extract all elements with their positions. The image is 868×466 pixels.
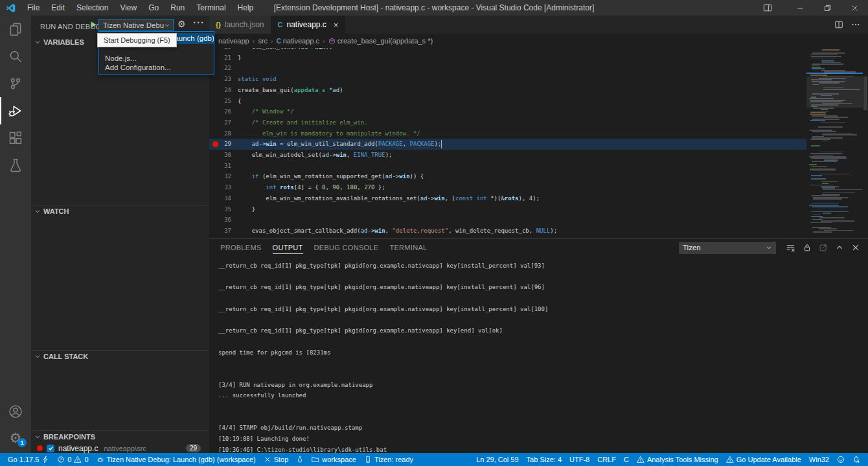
device-icon [364, 456, 372, 463]
status-go-version[interactable]: Go 1.17.5 [4, 453, 53, 466]
menu-selection[interactable]: Selection [71, 0, 114, 16]
line-number[interactable]: 34 [209, 193, 231, 204]
line-number[interactable]: 29 [209, 139, 231, 150]
section-label: VARIABLES [43, 38, 84, 46]
close-tab-icon[interactable]: × [334, 20, 339, 30]
clear-output-icon[interactable] [786, 243, 795, 253]
menu-help[interactable]: Help [232, 0, 260, 16]
lock-autoscroll-icon[interactable] [803, 243, 812, 252]
editor-scrollbar[interactable] [863, 48, 868, 238]
open-output-in-editor-icon[interactable] [819, 243, 828, 252]
status-go-update[interactable]: Go Update Available [722, 453, 805, 466]
minimize-icon[interactable] [786, 0, 814, 16]
close-window-icon[interactable] [841, 0, 868, 16]
activity-explorer-icon[interactable] [0, 16, 31, 43]
line-number[interactable]: 24 [209, 85, 231, 96]
layout-toggle-icon[interactable] [755, 0, 780, 16]
tab-nativeapp.c[interactable]: Cnativeapp.c× [271, 16, 346, 34]
activity-test-beaker-icon[interactable] [0, 152, 31, 179]
section-watch[interactable]: WATCH [31, 205, 209, 216]
debug-icon [97, 456, 104, 463]
status-text: Tizen: ready [374, 456, 413, 463]
status-flame[interactable] [292, 453, 308, 466]
line-number[interactable]: 23 [209, 74, 231, 85]
line-number[interactable]: 36 [209, 215, 231, 226]
panel-tab-problems[interactable]: PROBLEMS [220, 239, 262, 257]
activity-bar: ⚙1 [0, 16, 31, 453]
status-debug-launch[interactable]: Tizen Native Debug: Launch (gdb) (worksp… [93, 453, 260, 466]
line-number[interactable]: 31 [209, 161, 231, 172]
activity-run-and-debug-icon[interactable] [0, 97, 31, 124]
tab-launch.json[interactable]: {}launch.json [209, 16, 271, 34]
panel-header: PROBLEMSOUTPUTDEBUG CONSOLETERMINAL Tize… [209, 239, 868, 257]
menu-go[interactable]: Go [143, 0, 165, 16]
chevron-right-icon: › [271, 37, 273, 45]
output-channel-select[interactable]: Tizen [679, 242, 776, 254]
more-actions-icon[interactable]: ··· [193, 17, 205, 28]
line-number[interactable]: 32 [209, 171, 231, 182]
status-text: Tab Size: 4 [527, 456, 562, 463]
dropdown-item[interactable]: Node.js... [99, 54, 214, 63]
status-text: CRLF [597, 456, 616, 463]
line-number[interactable]: 25 [209, 96, 231, 107]
line-number[interactable]: 28 [209, 128, 231, 139]
output-log[interactable]: __return_cb req_id[1] pkg_type[tpk] pkgi… [209, 257, 868, 453]
panel-tab-output[interactable]: OUTPUT [273, 239, 303, 257]
line-number[interactable]: 30 [209, 150, 231, 161]
more-actions-icon[interactable] [851, 20, 860, 29]
menu-run[interactable]: Run [165, 0, 190, 16]
section-breakpoints[interactable]: BREAKPOINTS [31, 430, 209, 442]
debug-config-select[interactable]: Tizen Native Debu [98, 19, 174, 31]
activity-accounts-icon[interactable] [0, 399, 31, 425]
menu-view[interactable]: View [114, 0, 143, 16]
tab-label: launch.json [225, 20, 264, 29]
restore-icon[interactable] [814, 0, 841, 16]
status-notifications[interactable] [849, 453, 864, 466]
breadcrumb-item[interactable]: create_base_gui(appdata_s *) [328, 37, 433, 45]
start-debugging-button[interactable] [89, 20, 98, 29]
status-platform[interactable]: Win32 [805, 453, 833, 466]
status-stop[interactable]: Stop [260, 453, 293, 466]
status-encoding[interactable]: UTF-8 [565, 453, 593, 466]
status-tab-size[interactable]: Tab Size: 4 [523, 453, 565, 466]
panel-tab-debug-console[interactable]: DEBUG CONSOLE [314, 239, 379, 257]
split-editor-icon[interactable] [834, 20, 843, 29]
line-number[interactable]: 37 [209, 226, 231, 237]
line-number[interactable]: 35 [209, 204, 231, 215]
activity-settings-icon[interactable]: ⚙1 [0, 425, 31, 450]
status-language-mode[interactable]: C [620, 453, 633, 466]
menu-edit[interactable]: Edit [45, 0, 71, 16]
activity-source-control-icon[interactable] [0, 70, 31, 97]
breadcrumb-item[interactable]: nativeapp [218, 37, 249, 45]
menu-terminal[interactable]: Terminal [190, 0, 231, 16]
line-number[interactable]: 33 [209, 182, 231, 193]
status-eol[interactable]: CRLF [593, 453, 620, 466]
breadcrumb-item[interactable]: src [258, 37, 268, 45]
activity-search-icon[interactable] [0, 43, 31, 70]
status-cursor-position[interactable]: Ln 29, Col 59 [472, 453, 522, 466]
breadcrumb-item[interactable]: C nativeapp.c [277, 37, 319, 45]
breakpoint-checkbox[interactable] [47, 445, 54, 452]
output-line: ... successfully launched [218, 390, 868, 401]
code-editor[interactable]: 20 elm_win_lower(ad->win);21}2223static … [209, 48, 868, 238]
status-workspace[interactable]: workspace [308, 453, 360, 466]
section-call-stack[interactable]: CALL STACK [31, 350, 209, 362]
chevron-right-icon: › [323, 37, 325, 45]
line-number[interactable]: 26 [209, 106, 231, 117]
minimap[interactable] [806, 48, 863, 238]
status-tizen-ready[interactable]: Tizen: ready [360, 453, 417, 466]
panel-tab-terminal[interactable]: TERMINAL [389, 239, 427, 257]
line-number[interactable]: 27 [209, 117, 231, 128]
status-feedback[interactable] [833, 453, 849, 466]
maximize-panel-icon[interactable] [835, 243, 844, 252]
status-problems[interactable]: 00 [53, 453, 92, 466]
status-analysis-tools[interactable]: Analysis Tools Missing [633, 453, 722, 466]
activity-extensions-icon[interactable] [0, 124, 31, 152]
output-line: [3/4] RUN nativeapp in org.example.nativ… [218, 380, 868, 391]
output-line: [4/4] STAMP obj/build/run.nativeapp.stam… [218, 423, 868, 434]
debug-settings-gear-icon[interactable]: ⚙ [177, 19, 186, 29]
close-panel-icon[interactable] [851, 243, 860, 252]
menu-file[interactable]: File [21, 0, 45, 16]
dropdown-item[interactable]: Add Configuration... [99, 63, 214, 72]
chevron-down-icon [164, 22, 170, 29]
